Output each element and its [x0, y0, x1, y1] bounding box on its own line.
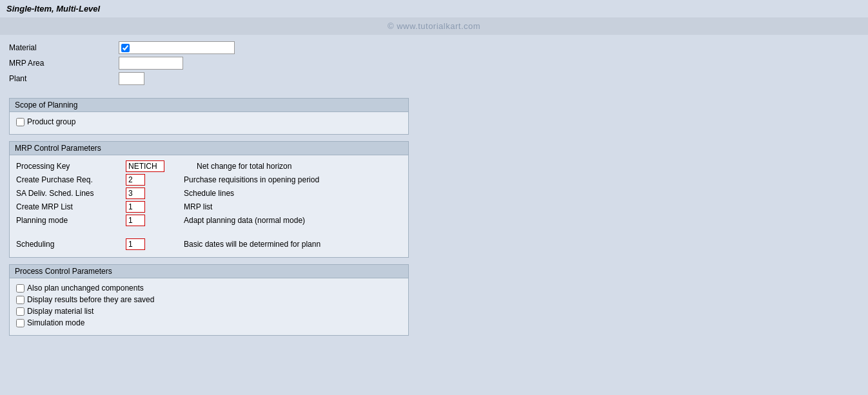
also-plan-label: Also plan unchanged components — [27, 284, 144, 293]
material-row: Material — [9, 41, 859, 54]
material-label: Material — [9, 43, 119, 52]
plant-label: Plant — [9, 74, 119, 83]
display-results-row: Display results before they are saved — [16, 295, 402, 304]
scheduling-label: Scheduling — [16, 240, 126, 249]
processing-key-row: Processing Key Net change for total hori… — [16, 160, 402, 172]
create-purchase-input[interactable] — [126, 174, 145, 186]
planning-mode-input[interactable] — [126, 215, 145, 226]
sa-deliv-row: SA Deliv. Sched. Lines Schedule lines — [16, 188, 402, 199]
create-mrp-input[interactable] — [126, 201, 145, 213]
scope-section-body: Product group — [10, 112, 408, 134]
display-results-checkbox[interactable] — [16, 296, 25, 304]
process-control-section: Process Control Parameters Also plan unc… — [9, 264, 409, 336]
processing-key-input[interactable] — [126, 160, 164, 172]
display-results-label: Display results before they are saved — [27, 295, 154, 304]
watermark: © www.tutorialkart.com — [0, 17, 868, 35]
sa-deliv-label: SA Deliv. Sched. Lines — [16, 189, 126, 198]
scheduling-row: Scheduling Basic dates will be determine… — [16, 238, 402, 250]
create-mrp-label: Create MRP List — [16, 202, 126, 211]
mrp-control-section: MRP Control Parameters Processing Key Ne… — [9, 141, 409, 258]
processing-key-desc: Net change for total horizon — [197, 162, 291, 171]
create-mrp-desc: MRP list — [184, 202, 212, 211]
simulation-mode-row: Simulation mode — [16, 318, 402, 327]
product-group-label: Product group — [27, 117, 75, 126]
process-control-body: Also plan unchanged components Display r… — [10, 278, 408, 335]
mrp-control-body: Processing Key Net change for total hori… — [10, 155, 408, 257]
also-plan-row: Also plan unchanged components — [16, 284, 402, 293]
page-title: Single-Item, Multi-Level — [0, 0, 868, 17]
display-material-label: Display material list — [27, 307, 94, 316]
create-purchase-desc: Purchase requisitions in opening period — [184, 175, 319, 184]
plant-row: Plant — [9, 72, 859, 85]
planning-mode-row: Planning mode Adapt planning data (norma… — [16, 215, 402, 226]
material-input-wrapper — [119, 41, 235, 54]
mrp-control-header: MRP Control Parameters — [10, 142, 408, 155]
scheduling-desc: Basic dates will be determined for plann — [184, 240, 321, 249]
display-material-checkbox[interactable] — [16, 307, 25, 316]
planning-mode-label: Planning mode — [16, 216, 126, 225]
create-mrp-row: Create MRP List MRP list — [16, 201, 402, 213]
product-group-checkbox[interactable] — [16, 118, 25, 126]
planning-mode-desc: Adapt planning data (normal mode) — [184, 216, 305, 225]
also-plan-checkbox[interactable] — [16, 284, 25, 293]
process-control-header: Process Control Parameters — [10, 265, 408, 278]
mrp-area-input[interactable] — [119, 57, 183, 70]
display-material-row: Display material list — [16, 307, 402, 316]
simulation-mode-label: Simulation mode — [27, 318, 84, 327]
product-group-row: Product group — [16, 117, 402, 126]
scope-of-planning-section: Scope of Planning Product group — [9, 98, 409, 135]
material-checkbox[interactable] — [121, 44, 130, 52]
mrp-area-label: MRP Area — [9, 59, 119, 68]
plant-input[interactable] — [119, 72, 144, 85]
mrp-area-row: MRP Area — [9, 57, 859, 70]
scheduling-input[interactable] — [126, 238, 145, 250]
sa-deliv-input[interactable] — [126, 188, 145, 199]
scope-section-header: Scope of Planning — [10, 99, 408, 112]
create-purchase-label: Create Purchase Req. — [16, 175, 126, 184]
processing-key-label: Processing Key — [16, 162, 126, 171]
sa-deliv-desc: Schedule lines — [184, 189, 234, 198]
simulation-mode-checkbox[interactable] — [16, 319, 25, 327]
create-purchase-row: Create Purchase Req. Purchase requisitio… — [16, 174, 402, 186]
